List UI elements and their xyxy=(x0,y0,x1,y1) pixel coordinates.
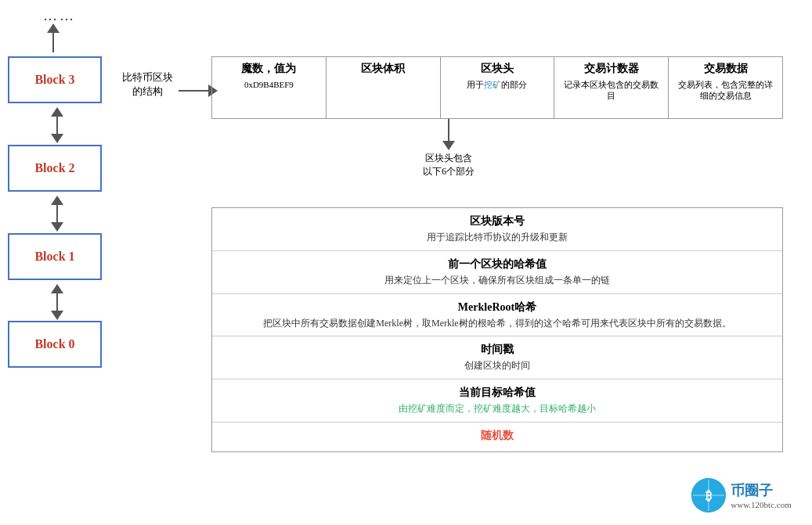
dbl-arr-line1 xyxy=(56,117,58,134)
arrow-block3-block2 xyxy=(51,107,63,143)
header-detail-box: 区块版本号 用于追踪比特币协议的升级和更新 前一个区块的哈希值 用来定位上一个区… xyxy=(211,207,783,452)
watermark: ₿ 币圈子 www.120btc.com xyxy=(679,472,804,519)
detail-desc-target: 由挖矿难度而定，挖矿难度越大，目标哈希越小 xyxy=(222,402,773,415)
logo-url: www.120btc.com xyxy=(731,500,792,509)
cell-magic-title: 魔数，值为 xyxy=(241,62,296,76)
detail-title-merkle: MerkleRoot哈希 xyxy=(222,300,773,315)
cell-tx-counter: 交易计数器 记录本区块包含的交易数目 xyxy=(554,57,669,118)
btc-structure-label: 比特币区块 的结构 xyxy=(116,70,179,99)
arrow-block2-block1 xyxy=(51,196,63,232)
top-up-arrow xyxy=(47,23,60,52)
dbl-arr-line2 xyxy=(56,205,58,222)
cell-tx-counter-sub: 记录本区块包含的交易数目 xyxy=(561,79,662,102)
block0-label: Block 0 xyxy=(34,337,74,351)
cell-magic-number: 魔数，值为 0xD9B4BEF9 xyxy=(212,57,327,118)
detail-title-prevhash: 前一个区块的哈希值 xyxy=(222,257,773,271)
arr-down-line xyxy=(448,119,449,141)
logo-main-text: 币圈子 xyxy=(731,481,792,500)
dots-ellipsis: …… xyxy=(43,8,76,24)
cell-block-size: 区块体积 xyxy=(327,57,441,118)
detail-row-timestamp: 时间戳 创建区块的时间 xyxy=(212,336,782,379)
mining-link: 挖矿 xyxy=(484,80,501,89)
detail-row-version: 区块版本号 用于追踪比特币协议的升级和更新 xyxy=(212,208,782,251)
logo-circle-icon: ₿ xyxy=(691,478,726,512)
arrow-line-h xyxy=(179,90,208,92)
block1-box: Block 1 xyxy=(8,233,102,280)
logo-text-block: 币圈子 www.120btc.com xyxy=(731,481,792,509)
block2-box: Block 2 xyxy=(8,145,102,192)
block3-label: Block 3 xyxy=(34,73,74,87)
cell-tx-data: 交易数据 交易列表，包含完整的详细的交易信息 xyxy=(669,57,782,118)
detail-row-merkle: MerkleRoot哈希 把区块中所有交易数据创建Merkle树，取Merkle… xyxy=(212,294,782,337)
watermark-logo: ₿ 币圈子 www.120btc.com xyxy=(691,478,792,512)
block3-box: Block 3 xyxy=(8,56,102,103)
cell-tx-data-sub: 交易列表，包含完整的详细的交易信息 xyxy=(675,79,776,102)
detail-title-timestamp: 时间戳 xyxy=(222,343,773,357)
detail-row-prevhash: 前一个区块的哈希值 用来定位上一个区块，确保所有区块组成一条单一的链 xyxy=(212,251,782,294)
detail-title-target: 当前目标哈希值 xyxy=(222,386,773,400)
detail-desc-prevhash: 用来定位上一个区块，确保所有区块组成一条单一的链 xyxy=(222,274,773,287)
dbl-arr-up2 xyxy=(51,196,63,205)
dbl-arr-down2 xyxy=(51,222,63,232)
detail-desc-version: 用于追踪比特币协议的升级和更新 xyxy=(222,231,773,244)
cell-magic-sub: 0xD9B4BEF9 xyxy=(244,79,294,90)
dbl-arr-up xyxy=(51,107,63,117)
detail-desc-timestamp: 创建区块的时间 xyxy=(222,359,773,372)
cell-block-header-title: 区块头 xyxy=(481,62,514,76)
cell-block-header: 区块头 用于挖矿的部分 xyxy=(441,57,555,118)
dbl-arr-down3 xyxy=(51,311,63,320)
block0-box: Block 0 xyxy=(8,321,102,368)
detail-row-target: 当前目标哈希值 由挖矿难度而定，挖矿难度越大，目标哈希越小 xyxy=(212,379,782,423)
detail-title-version: 区块版本号 xyxy=(222,214,773,228)
block1-label: Block 1 xyxy=(34,250,74,264)
arrow-block1-block0 xyxy=(51,284,63,320)
main-container: …… Block 3 Block 2 Block 1 Block 0 xyxy=(0,0,812,525)
logo-svg: ₿ xyxy=(691,478,726,512)
arrow-up-line xyxy=(52,33,54,52)
detail-title-nonce: 随机数 xyxy=(222,429,773,443)
cell-tx-counter-title: 交易计数器 xyxy=(584,62,639,76)
arrow-up-head xyxy=(47,23,60,33)
detail-desc-merkle: 把区块中所有交易数据创建Merkle树，取Merkle树的根哈希，得到的这个哈希… xyxy=(222,317,773,330)
dbl-arr-line3 xyxy=(56,293,58,311)
block2-label: Block 2 xyxy=(34,161,74,175)
top-table: 魔数，值为 0xD9B4BEF9 区块体积 区块头 用于挖矿的部分 交易计数器 … xyxy=(211,56,783,119)
detail-row-nonce: 随机数 xyxy=(212,423,782,451)
arrow-down-from-header: 区块头包含 以下6个部分 xyxy=(423,119,475,178)
arr-down-head xyxy=(442,141,455,150)
cell-block-size-title: 区块体积 xyxy=(361,62,405,76)
dbl-arr-up3 xyxy=(51,284,63,293)
svg-text:₿: ₿ xyxy=(706,489,712,502)
cell-block-header-sub: 用于挖矿的部分 xyxy=(467,79,527,90)
cell-tx-data-title: 交易数据 xyxy=(704,62,748,76)
dbl-arr-down xyxy=(51,134,63,143)
arrow-label: 区块头包含 以下6个部分 xyxy=(423,152,475,178)
